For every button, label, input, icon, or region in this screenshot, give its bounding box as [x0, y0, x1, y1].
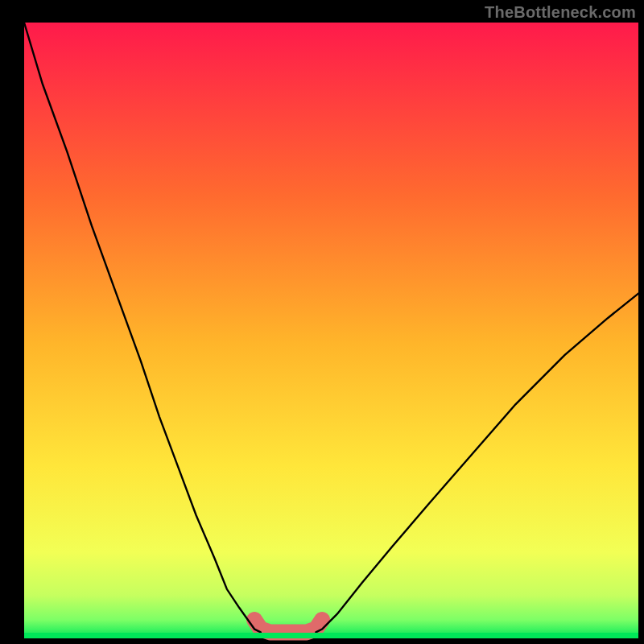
bottleneck-chart	[0, 0, 644, 644]
baseline-stripe	[24, 633, 638, 638]
plot-background	[24, 23, 638, 638]
chart-frame: TheBottleneck.com	[0, 0, 644, 644]
watermark-text: TheBottleneck.com	[485, 3, 636, 22]
